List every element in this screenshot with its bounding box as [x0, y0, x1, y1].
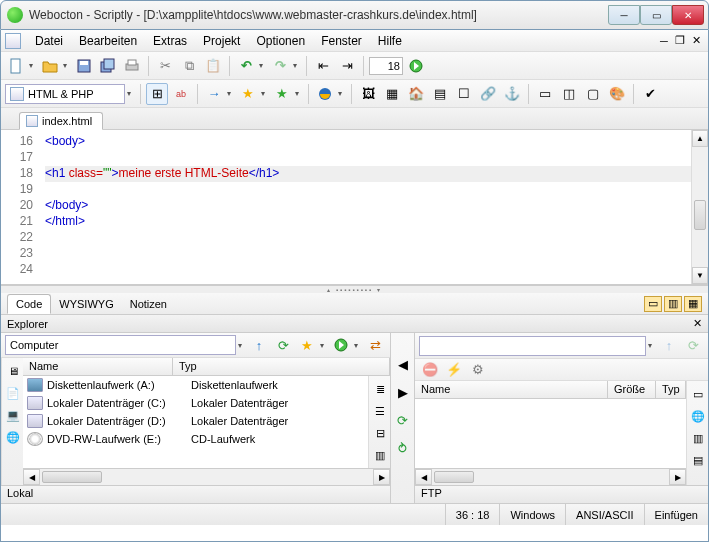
code-area[interactable]: <body><h1 class="">meine erste HTML-Seit…: [41, 130, 691, 284]
scroll-thumb[interactable]: [42, 471, 102, 483]
view-detail-icon[interactable]: ☰: [371, 402, 389, 420]
paste-icon[interactable]: 📋: [202, 55, 224, 77]
documents-icon[interactable]: 📄: [4, 384, 22, 402]
scroll-left-icon[interactable]: ◀: [23, 469, 40, 485]
div-icon[interactable]: ◫: [558, 83, 580, 105]
col-type[interactable]: Typ: [173, 358, 390, 375]
ftp-refresh-icon[interactable]: ⟳: [682, 335, 704, 357]
layer-icon[interactable]: ▭: [534, 83, 556, 105]
splitter[interactable]: ▴ ▪▪▪▪▪▪▪▪▪ ▾: [1, 285, 708, 293]
status-enc[interactable]: ANSI/ASCII: [565, 504, 643, 525]
doc-icon[interactable]: [5, 33, 21, 49]
star-yellow-icon[interactable]: ★: [237, 83, 259, 105]
print-icon[interactable]: [121, 55, 143, 77]
panel-layout-1-icon[interactable]: ▭: [644, 296, 662, 312]
minimize-button[interactable]: ─: [608, 5, 640, 25]
link-icon[interactable]: 🔗: [477, 83, 499, 105]
menu-hilfe[interactable]: Hilfe: [370, 32, 410, 50]
menu-optionen[interactable]: Optionen: [248, 32, 313, 50]
drive-row[interactable]: DVD-RW-Laufwerk (E:)CD-Laufwerk: [23, 430, 368, 448]
viewtab-code[interactable]: Code: [7, 294, 51, 314]
panel-layout-2-icon[interactable]: ▥: [664, 296, 682, 312]
close-button[interactable]: ✕: [672, 5, 704, 25]
run-icon[interactable]: [330, 334, 352, 356]
ftp-address-combo[interactable]: [419, 336, 646, 356]
new-file-icon[interactable]: [5, 55, 27, 77]
file-tab[interactable]: index.html: [19, 112, 103, 130]
scroll-thumb[interactable]: [694, 200, 706, 230]
drive-row[interactable]: Diskettenlaufwerk (A:)Diskettenlaufwerk: [23, 376, 368, 394]
save-icon[interactable]: [73, 55, 95, 77]
goto-line-icon[interactable]: [405, 55, 427, 77]
panel-layout-3-icon[interactable]: ▦: [684, 296, 702, 312]
arrow-right-icon[interactable]: →: [203, 83, 225, 105]
ftp-up-icon[interactable]: ↑: [658, 335, 680, 357]
grid-icon[interactable]: ▤: [429, 83, 451, 105]
transfer-icon[interactable]: ⇄: [364, 334, 386, 356]
drive-row[interactable]: Lokaler Datenträger (D:)Lokaler Datenträ…: [23, 412, 368, 430]
status-eol[interactable]: Windows: [499, 504, 565, 525]
viewtab-notizen[interactable]: Notizen: [122, 295, 175, 313]
view-wysiwyg-icon[interactable]: ab: [170, 83, 192, 105]
panel-close-icon[interactable]: ✕: [693, 317, 702, 330]
ftp-view-1-icon[interactable]: ▭: [689, 385, 707, 403]
mdi-minimize-button[interactable]: ─: [656, 35, 672, 47]
address-combo[interactable]: Computer: [5, 335, 236, 355]
line-number-input[interactable]: 18: [369, 57, 403, 75]
ftp-col-name[interactable]: Name: [415, 381, 608, 398]
scroll-right-icon[interactable]: ▶: [373, 469, 390, 485]
download-icon[interactable]: ▶: [392, 381, 414, 403]
network-icon[interactable]: 🌐: [4, 428, 22, 446]
outdent-icon[interactable]: ⇤: [312, 55, 334, 77]
ftp-list[interactable]: [415, 399, 686, 468]
scroll-thumb[interactable]: [434, 471, 474, 483]
mdi-close-button[interactable]: ✕: [688, 34, 704, 47]
save-all-icon[interactable]: [97, 55, 119, 77]
view-tree-icon[interactable]: ⊟: [371, 424, 389, 442]
insert-image-icon[interactable]: 🖼: [357, 83, 379, 105]
ftp-settings-icon[interactable]: ⚙: [467, 359, 489, 381]
ftp-view-4-icon[interactable]: ▤: [689, 451, 707, 469]
star-green-icon[interactable]: ★: [271, 83, 293, 105]
menu-extras[interactable]: Extras: [145, 32, 195, 50]
mdi-restore-button[interactable]: ❐: [672, 34, 688, 47]
scroll-right-icon[interactable]: ▶: [669, 469, 686, 485]
ftp-col-size[interactable]: Größe: [608, 381, 656, 398]
view-list-icon[interactable]: ≣: [371, 380, 389, 398]
undo-icon[interactable]: ↶: [235, 55, 257, 77]
home-icon[interactable]: 🏠: [405, 83, 427, 105]
ftp-hscroll[interactable]: ◀ ▶: [415, 468, 686, 485]
view-cols-icon[interactable]: ▥: [371, 446, 389, 464]
language-combo[interactable]: HTML & PHP: [5, 84, 125, 104]
refresh-icon[interactable]: ⟳: [272, 334, 294, 356]
drive-row[interactable]: Lokaler Datenträger (C:)Lokaler Datenträ…: [23, 394, 368, 412]
span-icon[interactable]: ▢: [582, 83, 604, 105]
vertical-scrollbar[interactable]: ▲ ▼: [691, 130, 708, 284]
insert-table-icon[interactable]: ▦: [381, 83, 403, 105]
scroll-up-icon[interactable]: ▲: [692, 130, 708, 147]
copy-icon[interactable]: ⧉: [178, 55, 200, 77]
sync-icon[interactable]: ⟳: [392, 409, 414, 431]
ftp-connect-icon[interactable]: ⚡: [443, 359, 465, 381]
menu-datei[interactable]: Datei: [27, 32, 71, 50]
ftp-stop-icon[interactable]: ⛔: [419, 359, 441, 381]
validate-icon[interactable]: ✔: [639, 83, 661, 105]
browser-ie-icon[interactable]: [314, 83, 336, 105]
menu-bearbeiten[interactable]: Bearbeiten: [71, 32, 145, 50]
upload-icon[interactable]: ◀: [392, 353, 414, 375]
redo-icon[interactable]: ↷: [269, 55, 291, 77]
scroll-left-icon[interactable]: ◀: [415, 469, 432, 485]
open-file-icon[interactable]: [39, 55, 61, 77]
menu-projekt[interactable]: Projekt: [195, 32, 248, 50]
local-hscroll[interactable]: ◀ ▶: [23, 468, 390, 485]
view-code-icon[interactable]: ⊞: [146, 83, 168, 105]
ftp-view-3-icon[interactable]: ▥: [689, 429, 707, 447]
menu-fenster[interactable]: Fenster: [313, 32, 370, 50]
ftp-view-2-icon[interactable]: 🌐: [689, 407, 707, 425]
sync-all-icon[interactable]: ⥁: [392, 437, 414, 459]
form-icon[interactable]: ☐: [453, 83, 475, 105]
up-dir-icon[interactable]: ↑: [248, 334, 270, 356]
computer-icon[interactable]: 💻: [4, 406, 22, 424]
editor[interactable]: 161718192021222324 <body><h1 class="">me…: [1, 130, 708, 285]
scroll-down-icon[interactable]: ▼: [692, 267, 708, 284]
